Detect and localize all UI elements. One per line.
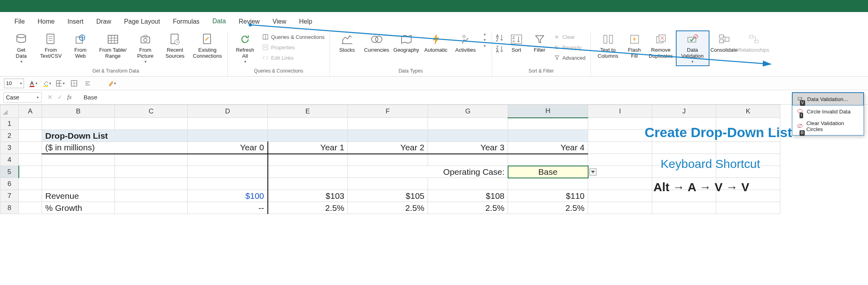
formula-input[interactable] xyxy=(81,92,868,103)
cell-g4[interactable]: 2.5% xyxy=(508,202,588,214)
consolidate-button[interactable]: Consolidate xyxy=(710,31,738,55)
remove-duplicates-button[interactable]: Remove Duplicates xyxy=(647,31,675,61)
cell-year0[interactable]: Year 0 xyxy=(188,142,268,154)
cell-g3[interactable]: 2.5% xyxy=(428,202,508,214)
col-I[interactable]: I xyxy=(588,105,652,118)
col-A[interactable]: A xyxy=(19,105,42,118)
tab-page-layout[interactable]: Page Layout xyxy=(118,16,167,28)
cell-rev0[interactable]: $100 xyxy=(188,190,268,202)
from-picture-button[interactable]: From Picture▾ xyxy=(131,31,159,65)
tab-view[interactable]: View xyxy=(266,16,293,28)
activities-button[interactable]: Activities xyxy=(452,31,480,55)
borders-button[interactable]: ▾ xyxy=(56,79,65,88)
from-text-csv-button[interactable]: From Text/CSV xyxy=(37,31,65,61)
row-8[interactable]: 8 xyxy=(0,202,19,214)
data-validation-menu: Data Validation... V Circle Invalid Data… xyxy=(792,92,864,135)
col-E[interactable]: E xyxy=(268,105,348,118)
circle-invalid-data-item[interactable]: Circle Invalid Data I xyxy=(792,105,864,117)
col-J[interactable]: J xyxy=(652,105,716,118)
cell-rev2[interactable]: $105 xyxy=(348,190,428,202)
tab-data[interactable]: Data xyxy=(206,15,232,29)
col-B[interactable]: B xyxy=(42,105,115,118)
col-F[interactable]: F xyxy=(348,105,428,118)
data-validation-button[interactable]: Data Validation▾ xyxy=(677,31,709,65)
stocks-button[interactable]: Stocks xyxy=(333,31,361,55)
relationships-button[interactable]: Relationships xyxy=(740,31,768,55)
name-box[interactable]: Case▾ xyxy=(3,92,42,103)
cancel-formula-button[interactable]: ✕ xyxy=(47,93,52,101)
gallery-more-icon[interactable]: ▾ xyxy=(484,43,486,49)
cell-g1[interactable]: 2.5% xyxy=(268,202,348,214)
cell-rev3[interactable]: $108 xyxy=(428,190,508,202)
borders-grid-button[interactable] xyxy=(70,79,78,88)
align-button[interactable] xyxy=(83,79,92,88)
cell-year2[interactable]: Year 2 xyxy=(348,142,428,154)
advanced-filter-button[interactable]: Advanced xyxy=(552,54,587,62)
gallery-down-icon[interactable]: ▾ xyxy=(484,37,486,42)
sort-button[interactable]: ZA Sort xyxy=(506,31,527,55)
clear-validation-circles-item[interactable]: Clear Validation Circles R xyxy=(792,117,864,135)
tab-review[interactable]: Review xyxy=(232,16,266,28)
fill-color-button[interactable]: ▾ xyxy=(42,79,51,88)
cell-g0[interactable]: -- xyxy=(188,202,268,214)
col-C[interactable]: C xyxy=(115,105,188,118)
existing-connections-button[interactable]: Existing Connections xyxy=(191,31,224,61)
refresh-all-button[interactable]: Refresh All▾ xyxy=(231,31,259,65)
get-data-button[interactable]: Get Data▾ xyxy=(7,31,35,65)
tab-insert[interactable]: Insert xyxy=(61,16,90,28)
row-6[interactable]: 6 xyxy=(0,178,19,190)
cell-year1[interactable]: Year 1 xyxy=(268,142,348,154)
data-validation-menu-item[interactable]: Data Validation... V xyxy=(792,93,864,105)
cell-growth-label[interactable]: % Growth xyxy=(42,202,115,214)
flash-fill-button[interactable]: Flash Fill xyxy=(624,31,645,61)
edit-links-button[interactable]: Edit Links xyxy=(261,54,326,62)
tab-formulas[interactable]: Formulas xyxy=(167,16,206,28)
fx-icon[interactable]: fx xyxy=(67,94,76,101)
from-web-button[interactable]: From Web xyxy=(66,31,94,61)
cell-rev1[interactable]: $103 xyxy=(268,190,348,202)
cell-units[interactable]: ($ in millions) xyxy=(42,142,188,154)
cell-rev4[interactable]: $110 xyxy=(508,190,588,202)
from-table-button[interactable]: From Table/ Range xyxy=(96,31,130,61)
col-H[interactable]: H xyxy=(508,105,588,118)
font-color-button[interactable]: A▾ xyxy=(29,79,38,88)
cell-opcase-value[interactable]: Base xyxy=(508,166,588,178)
cell-opcase-label[interactable]: Operating Case: xyxy=(348,166,508,178)
clear-formatting-button[interactable]: ▾ xyxy=(107,79,116,88)
row-5[interactable]: 5 xyxy=(0,166,19,178)
currencies-button[interactable]: Currencies xyxy=(363,31,391,55)
tab-file[interactable]: File xyxy=(8,16,31,28)
geography-button[interactable]: Geography xyxy=(392,31,420,55)
col-D[interactable]: D xyxy=(188,105,268,118)
cell-year3[interactable]: Year 3 xyxy=(428,142,508,154)
filter-button[interactable]: Filter xyxy=(529,31,551,55)
tab-draw[interactable]: Draw xyxy=(90,16,117,28)
sort-desc-button[interactable]: ZA xyxy=(495,45,504,53)
text-to-columns-button[interactable]: Text to Columns xyxy=(594,31,622,61)
tab-help[interactable]: Help xyxy=(293,16,319,28)
row-2[interactable]: 2 xyxy=(0,130,19,142)
dropdown-handle[interactable] xyxy=(589,168,597,176)
cell-revenue-label[interactable]: Revenue xyxy=(42,190,115,202)
reapply-button[interactable]: ↻Reapply xyxy=(552,43,587,51)
select-all-corner[interactable] xyxy=(0,105,19,118)
row-3[interactable]: 3 xyxy=(0,142,19,154)
font-size-select[interactable]: 10▾ xyxy=(4,79,24,88)
queries-connections-button[interactable]: Queries & Connections xyxy=(261,33,326,41)
row-7[interactable]: 7 xyxy=(0,190,19,202)
clear-filter-button[interactable]: ✕Clear xyxy=(552,33,587,41)
properties-button[interactable]: Properties xyxy=(261,43,326,51)
row-4[interactable]: 4 xyxy=(0,154,19,166)
row-1[interactable]: 1 xyxy=(0,118,19,130)
automatic-button[interactable]: Automatic xyxy=(422,31,450,55)
sort-asc-button[interactable]: AZ xyxy=(495,34,504,42)
col-K[interactable]: K xyxy=(716,105,780,118)
cell-year4[interactable]: Year 4 xyxy=(508,142,588,154)
tab-home[interactable]: Home xyxy=(31,16,61,28)
cell-g2[interactable]: 2.5% xyxy=(348,202,428,214)
gallery-up-icon[interactable]: ▴ xyxy=(484,31,486,36)
recent-sources-button[interactable]: Recent Sources xyxy=(161,31,189,61)
col-G[interactable]: G xyxy=(428,105,508,118)
enter-formula-button[interactable]: ✓ xyxy=(57,93,62,101)
cell-title[interactable]: Drop-Down List xyxy=(42,130,188,142)
